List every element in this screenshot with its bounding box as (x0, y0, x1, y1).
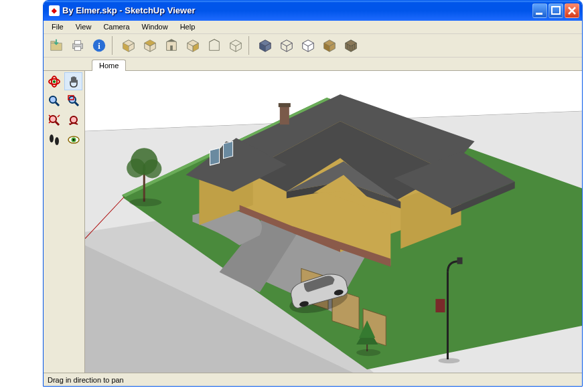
menu-view[interactable]: View (70, 21, 97, 32)
zoom-window-icon (67, 94, 80, 108)
svg-point-20 (72, 138, 74, 140)
zoom-button[interactable] (45, 92, 63, 110)
svg-text:i: i (98, 41, 100, 50)
application-window: ◆ By Elmer.skp - SketchUp Viewer File Vi… (43, 0, 583, 387)
svg-rect-4 (74, 47, 80, 51)
open-file-icon (49, 38, 64, 53)
workspace (44, 71, 582, 373)
previous-view-button[interactable] (64, 111, 82, 129)
walk-button[interactable] (45, 130, 63, 149)
info-button[interactable]: i (89, 35, 109, 56)
menu-window[interactable]: Window (137, 21, 173, 32)
zoom-icon (48, 94, 61, 108)
info-icon: i (92, 38, 106, 53)
app-icon: ◆ (49, 5, 60, 16)
maximize-icon (549, 4, 563, 17)
svg-point-17 (55, 137, 59, 145)
minimize-button[interactable] (532, 3, 547, 18)
left-view-icon (228, 38, 243, 53)
zoom-extents-icon (48, 114, 61, 127)
svg-rect-3 (74, 41, 80, 44)
right-view-button[interactable] (183, 35, 203, 56)
svg-point-59 (143, 159, 161, 178)
left-view-button[interactable] (226, 35, 246, 56)
top-view-icon (143, 38, 157, 53)
svg-rect-65 (435, 299, 445, 312)
minimize-icon (533, 4, 546, 17)
tab-home[interactable]: Home (92, 60, 126, 71)
svg-point-11 (50, 96, 56, 103)
look-around-icon (67, 133, 80, 146)
camera-toolbar (44, 71, 85, 373)
shade-textured-button[interactable] (255, 35, 275, 56)
svg-rect-7 (170, 45, 173, 50)
close-icon (565, 4, 579, 17)
back-view-button[interactable] (204, 35, 224, 56)
close-button[interactable] (565, 3, 579, 18)
svg-point-58 (127, 159, 145, 177)
print-button[interactable] (68, 35, 88, 56)
svg-point-10 (53, 80, 56, 83)
status-hint: Drag in direction to pan (48, 376, 124, 384)
front-view-button[interactable] (161, 35, 181, 56)
svg-rect-50 (279, 103, 291, 107)
shade-hidden-icon (301, 38, 315, 53)
pan-button[interactable] (64, 72, 82, 90)
shade-wire-button[interactable] (277, 35, 297, 56)
print-icon (70, 38, 85, 53)
viewport-3d[interactable] (85, 71, 582, 373)
shade-xray-button[interactable] (341, 35, 361, 56)
menu-help[interactable]: Help (175, 21, 201, 32)
model-scene-icon (85, 71, 582, 373)
svg-point-62 (356, 349, 380, 356)
maximize-button[interactable] (549, 3, 563, 18)
front-view-icon (164, 38, 179, 53)
walk-icon (48, 133, 61, 146)
shade-hidden-button[interactable] (298, 35, 318, 56)
menubar: File View Camera Window Help (44, 21, 582, 34)
svg-rect-51 (210, 148, 220, 165)
shade-textured-icon (258, 38, 273, 53)
menu-file[interactable]: File (46, 21, 69, 32)
orbit-icon (48, 75, 61, 88)
back-view-icon (207, 38, 222, 53)
svg-rect-64 (457, 258, 462, 264)
toolbar-separator (112, 36, 116, 55)
previous-view-icon (67, 114, 80, 127)
shade-xray-icon (344, 38, 358, 53)
zoom-window-button[interactable] (64, 92, 82, 110)
menu-camera[interactable]: Camera (98, 21, 135, 32)
zoom-extents-button[interactable] (45, 111, 63, 129)
pan-icon (67, 75, 80, 88)
svg-point-66 (438, 358, 459, 363)
toolbar-separator (248, 36, 252, 55)
tab-bar: Home (44, 58, 582, 71)
svg-rect-0 (536, 13, 542, 15)
right-view-icon (186, 38, 200, 53)
shade-wire-icon (279, 38, 294, 53)
window-title: By Elmer.skp - SketchUp Viewer (62, 5, 531, 15)
open-file-button[interactable] (46, 35, 66, 56)
svg-rect-49 (280, 104, 289, 124)
shade-mono-icon (322, 38, 337, 53)
main-toolbar: i (44, 34, 582, 58)
svg-point-60 (129, 199, 161, 207)
svg-point-16 (50, 134, 54, 142)
titlebar: ◆ By Elmer.skp - SketchUp Viewer (44, 1, 582, 21)
svg-rect-52 (224, 141, 233, 159)
orbit-button[interactable] (45, 72, 63, 90)
statusbar: Drag in direction to pan (44, 373, 582, 386)
top-view-button[interactable] (140, 35, 160, 56)
shade-mono-button[interactable] (319, 35, 340, 56)
iso-view-button[interactable] (119, 35, 139, 56)
svg-rect-1 (552, 7, 560, 14)
iso-view-icon (121, 38, 136, 53)
svg-point-15 (70, 116, 77, 123)
look-around-button[interactable] (64, 130, 82, 149)
